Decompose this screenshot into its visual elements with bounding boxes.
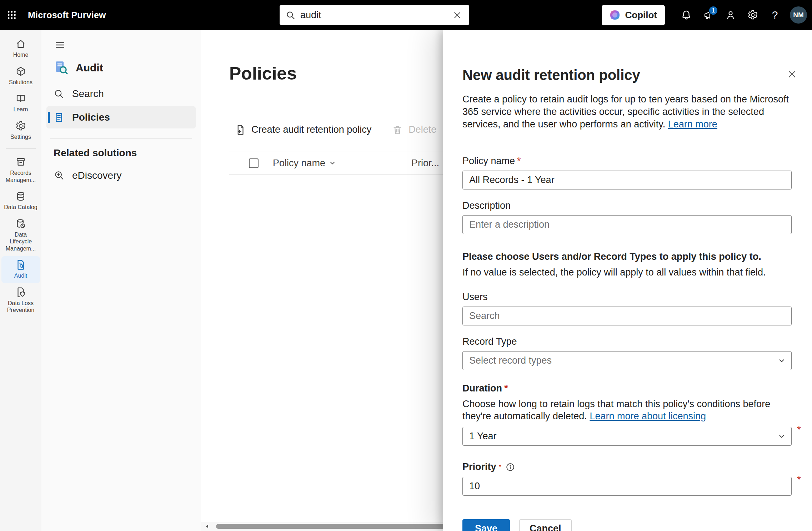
priority-group: Priority * *	[462, 461, 792, 496]
learn-more-link[interactable]: Learn more	[668, 119, 717, 130]
waffle-icon	[7, 10, 16, 20]
home-icon	[15, 39, 26, 49]
apply-policy-section-subtext: If no value is selected, the policy will…	[462, 267, 792, 278]
sidebar-item-policies[interactable]: Policies	[46, 106, 196, 128]
create-audit-retention-policy-button[interactable]: Create audit retention policy	[235, 124, 371, 135]
audit-sidebar: Audit Search Policies Related solutions	[41, 30, 201, 531]
description-input[interactable]	[462, 215, 792, 234]
clear-search-button[interactable]	[451, 9, 463, 21]
global-search[interactable]	[280, 5, 469, 25]
sidebar-item-label: Search	[72, 88, 104, 100]
rail-item-data-lifecycle-management[interactable]: Data Lifecycle Managem...	[1, 215, 40, 256]
gear-icon	[747, 10, 758, 20]
required-marker: *	[504, 383, 508, 394]
database-icon	[15, 191, 26, 202]
copilot-button[interactable]: Copilot	[602, 5, 665, 25]
new-document-icon	[235, 125, 246, 135]
description-label: Description	[462, 200, 792, 211]
search-input[interactable]	[300, 10, 446, 21]
sidebar-divider	[50, 138, 192, 139]
person-feedback-icon	[725, 10, 736, 20]
rail-item-data-loss-prevention[interactable]: Data Loss Prevention	[1, 284, 40, 317]
priority-label: Priority	[462, 461, 496, 472]
duration-label-text: Duration	[462, 383, 502, 394]
copilot-icon	[610, 10, 620, 20]
rail-item-label: Data Loss Prevention	[3, 300, 39, 314]
help-icon: ?	[772, 9, 778, 21]
rail-item-settings[interactable]: Settings	[1, 117, 40, 144]
delete-button[interactable]: Delete	[392, 124, 436, 135]
rail-item-solutions[interactable]: Solutions	[1, 63, 40, 90]
required-marker: *	[499, 464, 501, 470]
rail-item-records-management[interactable]: Records Managem...	[1, 153, 40, 187]
required-marker: *	[797, 424, 801, 435]
duration-select[interactable]: 1 Year	[462, 427, 792, 446]
collapse-sidebar-button[interactable]	[54, 39, 66, 51]
duration-label: Duration*	[462, 383, 792, 394]
audit-app-icon	[53, 60, 69, 76]
solutions-icon	[15, 66, 26, 77]
save-button[interactable]: Save	[462, 519, 510, 531]
column-policy-name[interactable]: Policy name	[273, 158, 411, 169]
apply-policy-section-heading: Please choose Users and/or Record Types …	[462, 251, 792, 262]
feedback-button[interactable]	[721, 5, 741, 25]
duration-group: Duration* Choose how long to retain logs…	[462, 383, 792, 446]
cancel-button[interactable]: Cancel	[519, 519, 572, 531]
column-policy-name-label: Policy name	[273, 158, 325, 169]
database-clock-icon	[15, 218, 26, 229]
users-label: Users	[462, 292, 792, 303]
bell-icon	[681, 10, 692, 20]
sidebar-app-header[interactable]: Audit	[46, 56, 196, 79]
close-panel-button[interactable]	[784, 66, 800, 82]
book-icon	[15, 93, 26, 104]
search-icon	[54, 88, 64, 99]
chevron-down-icon	[778, 357, 786, 365]
select-all-checkbox[interactable]	[249, 158, 259, 168]
sidebar-item-label: Policies	[72, 112, 110, 123]
panel-actions: Save Cancel	[462, 519, 792, 531]
rail-item-label: Audit	[14, 272, 27, 279]
rail-item-audit[interactable]: Audit	[1, 256, 40, 283]
record-type-group: Record Type Select record types	[462, 336, 792, 370]
rail-item-home[interactable]: Home	[1, 35, 40, 62]
panel-title: New audit retention policy	[462, 67, 792, 83]
create-button-label: Create audit retention policy	[251, 124, 371, 135]
users-search-input[interactable]	[462, 307, 792, 325]
required-marker: *	[797, 474, 801, 485]
users-group: Users	[462, 292, 792, 325]
sidebar-item-ediscovery[interactable]: eDiscovery	[46, 165, 196, 187]
scroll-left-arrow[interactable]	[201, 522, 213, 531]
audit-document-icon	[15, 259, 26, 270]
account-avatar[interactable]: NM	[790, 6, 807, 24]
close-icon	[787, 69, 797, 79]
app-launcher-button[interactable]	[0, 0, 24, 30]
rail-item-label: Learn	[14, 106, 28, 113]
record-type-label: Record Type	[462, 336, 792, 347]
help-button[interactable]: ?	[765, 5, 785, 25]
related-solutions-header: Related solutions	[54, 147, 201, 159]
rail-divider	[6, 148, 36, 149]
sidebar-item-search[interactable]: Search	[46, 83, 196, 105]
notifications-button[interactable]	[676, 5, 696, 25]
sidebar-app-title: Audit	[76, 62, 103, 74]
priority-input[interactable]	[462, 477, 792, 496]
copilot-label: Copilot	[625, 10, 657, 21]
priority-info-button[interactable]	[506, 462, 515, 472]
duration-help-text: Choose how long to retain logs that matc…	[462, 398, 792, 422]
rail-item-data-catalog[interactable]: Data Catalog	[1, 188, 40, 214]
policy-name-input[interactable]	[462, 171, 792, 189]
topbar-actions: Copilot 1	[602, 0, 807, 30]
chevron-down-icon	[329, 160, 336, 167]
record-type-select[interactable]: Select record types	[462, 351, 792, 370]
settings-button[interactable]	[743, 5, 763, 25]
required-marker: *	[517, 156, 521, 166]
announcements-button[interactable]: 1	[698, 5, 718, 25]
avatar-initials: NM	[793, 11, 804, 19]
licensing-link[interactable]: Learn more about licensing	[590, 411, 706, 421]
rail-item-learn[interactable]: Learn	[1, 90, 40, 117]
new-audit-retention-policy-panel: New audit retention policy Create a poli…	[443, 30, 812, 531]
policy-name-group: Policy name*	[462, 156, 792, 189]
policies-icon	[54, 112, 64, 123]
rail-item-label: Records Managem...	[3, 170, 39, 183]
record-type-select-value: Select record types	[469, 355, 552, 366]
